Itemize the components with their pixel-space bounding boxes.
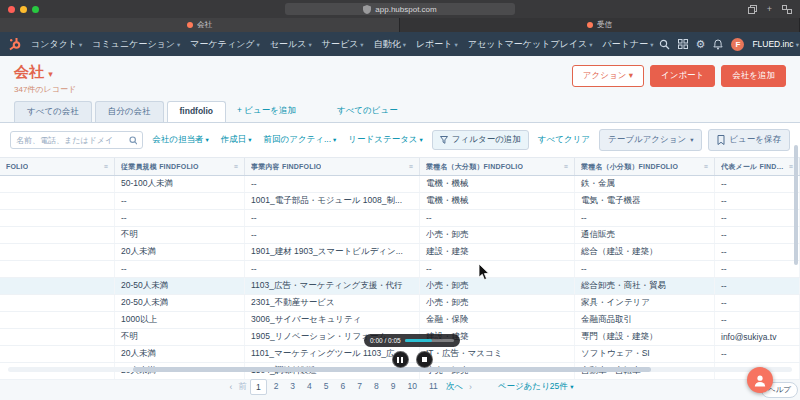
player-bar: 0:00 / 0:05 bbox=[364, 334, 460, 347]
page-number-button[interactable]: 8 bbox=[369, 379, 384, 395]
view-tab[interactable]: 自分の会社 bbox=[95, 101, 164, 122]
shield-icon bbox=[363, 5, 371, 14]
column-menu-icon[interactable]: ≡ bbox=[234, 163, 238, 170]
user-avatar[interactable]: F bbox=[731, 38, 744, 51]
nav-item[interactable]: レポート▾ bbox=[411, 38, 463, 51]
column-menu-icon[interactable]: ≡ bbox=[409, 163, 413, 170]
column-menu-icon[interactable]: ≡ bbox=[104, 163, 108, 170]
table-row[interactable]: --1001_電子部品・モジュール 1008_制...電機・機械電気・電子機器-… bbox=[0, 193, 800, 210]
column-menu-icon[interactable]: ≡ bbox=[564, 163, 568, 170]
chevron-down-icon: ▾ bbox=[420, 136, 423, 143]
minimize-window-button[interactable] bbox=[20, 6, 27, 13]
page-number-button[interactable]: 5 bbox=[319, 379, 334, 395]
close-window-button[interactable] bbox=[8, 6, 15, 13]
browser-tab[interactable]: 会社 bbox=[0, 18, 400, 32]
actions-dropdown-button[interactable]: アクション ▾ bbox=[572, 65, 644, 87]
filter-dropdown[interactable]: 会社の担当者▾ bbox=[152, 134, 208, 146]
clear-all-filters-link[interactable]: すべてクリア bbox=[538, 134, 590, 146]
nav-item[interactable]: コミュニケーション▾ bbox=[87, 38, 185, 51]
filter-dropdown[interactable]: リードステータス▾ bbox=[348, 134, 422, 146]
new-tab-icon[interactable]: + bbox=[767, 4, 772, 14]
page-number-button[interactable]: 11 bbox=[424, 379, 443, 395]
column-header[interactable]: 事業内容 FINDFOLIO≡ bbox=[245, 158, 420, 175]
nav-item[interactable]: アセットマーケットプレイス▾ bbox=[463, 38, 598, 51]
save-view-button[interactable]: ビューを保存 bbox=[708, 129, 790, 151]
page-number-button[interactable]: 4 bbox=[302, 379, 317, 395]
column-header[interactable]: 業種名（大分類）FINDFOLIO≡ bbox=[420, 158, 575, 175]
prev-page-button[interactable]: 前 bbox=[238, 381, 247, 393]
page-number-button[interactable]: 6 bbox=[336, 379, 351, 395]
table-cell: 通信販売 bbox=[575, 227, 715, 243]
tabs-overview-icon[interactable] bbox=[782, 5, 792, 14]
chat-beacon-button[interactable] bbox=[747, 367, 773, 393]
search-icon[interactable] bbox=[659, 39, 670, 50]
next-page-button[interactable]: 次へ bbox=[446, 381, 463, 393]
page-number-button[interactable]: 1 bbox=[250, 379, 267, 395]
pause-button[interactable] bbox=[392, 351, 409, 368]
table-row[interactable]: 20-50人未満1103_広告・マーケティング支援・代行小売・卸売総合卸売・商社… bbox=[0, 278, 800, 295]
record-count: 347件のレコード bbox=[14, 84, 76, 95]
search-box[interactable] bbox=[10, 131, 143, 149]
column-header[interactable]: FOLIO≡ bbox=[0, 158, 115, 175]
add-company-button[interactable]: 会社を追加 bbox=[721, 65, 786, 87]
all-views-link[interactable]: すべてのビュー bbox=[329, 105, 406, 122]
notifications-bell-icon[interactable] bbox=[713, 39, 723, 50]
nav-item[interactable]: サービス▾ bbox=[317, 38, 369, 51]
page-number-button[interactable]: 7 bbox=[352, 379, 367, 395]
column-header[interactable]: 業種名（小分類）FINDFOLIO≡ bbox=[575, 158, 715, 175]
add-filter-button[interactable]: フィルターの追加 bbox=[432, 130, 529, 150]
table-row[interactable]: 20人未満1901_建材 1903_スマートビルディン...建設・建築総合（建設… bbox=[0, 244, 800, 261]
column-header[interactable]: 代表メール FINDFOLIO≡ bbox=[715, 158, 800, 175]
chevron-down-icon: ▾ bbox=[48, 69, 53, 79]
page-number-button[interactable]: 3 bbox=[285, 379, 300, 395]
prev-page-chevron-icon[interactable]: ‹ bbox=[227, 380, 236, 394]
page-number-button[interactable]: 10 bbox=[403, 379, 422, 395]
add-view-link[interactable]: + ビューを追加 bbox=[229, 105, 304, 122]
column-header[interactable]: 従業員規模 FINDFOLIO≡ bbox=[115, 158, 245, 175]
nav-item[interactable]: マーケティング▾ bbox=[185, 38, 265, 51]
view-tab[interactable]: すべての会社 bbox=[14, 101, 92, 122]
search-input[interactable] bbox=[16, 136, 125, 145]
vertical-scrollbar[interactable] bbox=[794, 145, 798, 265]
table-cell: 不明 bbox=[115, 227, 245, 243]
table-row[interactable]: ---------- bbox=[0, 261, 800, 278]
next-page-chevron-icon[interactable]: › bbox=[466, 380, 475, 394]
address-bar[interactable]: app.hubspot.com bbox=[285, 3, 515, 15]
table-row[interactable]: ---------- bbox=[0, 210, 800, 227]
table-row[interactable]: 1000以上3006_サイバーセキュリティ金融・保険金融商品取引-- bbox=[0, 312, 800, 329]
page-title[interactable]: 会社 ▾ bbox=[14, 63, 76, 82]
table-cell: 50-100人未満 bbox=[115, 176, 245, 192]
nav-item[interactable]: パートナー▾ bbox=[598, 38, 659, 51]
nav-item[interactable]: コンタクト▾ bbox=[26, 38, 87, 51]
hubspot-logo-icon[interactable] bbox=[8, 37, 22, 51]
page-number-button[interactable]: 9 bbox=[386, 379, 401, 395]
table-row[interactable]: 不明--小売・卸売通信販売-- bbox=[0, 227, 800, 244]
gif-player-overlay: 0:00 / 0:05 bbox=[364, 334, 460, 368]
column-menu-icon[interactable]: ≡ bbox=[789, 163, 793, 170]
hubspot-favicon-icon bbox=[187, 22, 193, 28]
table-row[interactable]: 20-50人未満2301_不動産サービス小売・卸売家具・インテリア-- bbox=[0, 295, 800, 312]
table-cell: -- bbox=[715, 261, 800, 277]
page-number-button[interactable]: 2 bbox=[269, 379, 284, 395]
filter-dropdown[interactable]: 作成日▾ bbox=[221, 134, 252, 146]
player-seek-track[interactable] bbox=[405, 339, 454, 342]
stop-button[interactable] bbox=[416, 351, 433, 368]
copy-icon[interactable] bbox=[748, 5, 757, 14]
chevron-down-icon: ▾ bbox=[455, 41, 458, 48]
url-text: app.hubspot.com bbox=[375, 5, 436, 14]
import-button[interactable]: インポート bbox=[650, 65, 715, 87]
filter-dropdown[interactable]: 前回のアクティ...▾ bbox=[264, 134, 337, 146]
table-row[interactable]: 50-100人未満--電機・機械鉄・金属-- bbox=[0, 176, 800, 193]
nav-item[interactable]: セールス▾ bbox=[265, 38, 317, 51]
column-menu-icon[interactable]: ≡ bbox=[704, 163, 708, 170]
table-actions-dropdown-button[interactable]: テーブルアクション ▾ bbox=[599, 129, 702, 151]
nav-item[interactable]: 自動化▾ bbox=[369, 38, 411, 51]
per-page-dropdown[interactable]: ページあたり25件 ▾ bbox=[498, 381, 574, 393]
browser-tab[interactable]: 受信 bbox=[400, 18, 800, 32]
settings-gear-icon[interactable]: ⚙ bbox=[696, 39, 706, 50]
zoom-window-button[interactable] bbox=[32, 6, 39, 13]
marketplace-grid-icon[interactable] bbox=[678, 39, 688, 49]
table-cell: 20-50人未満 bbox=[115, 295, 245, 311]
view-tab[interactable]: findfolio bbox=[167, 101, 227, 122]
account-menu[interactable]: FLUED.inc ▾ bbox=[752, 39, 799, 49]
